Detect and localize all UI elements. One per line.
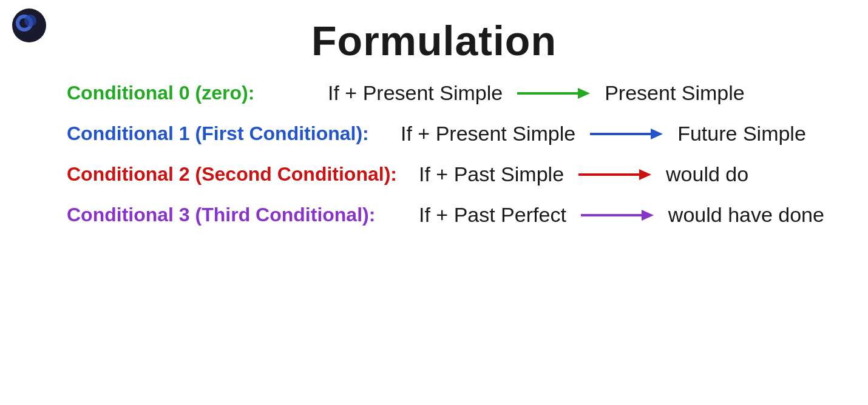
conditional-2-formula: If + Past Simple	[419, 162, 564, 186]
conditional-3-result: would have done	[668, 203, 824, 227]
svg-marker-9	[639, 169, 651, 180]
svg-point-3	[24, 15, 36, 27]
slide: Formulation Conditional 0 (zero): If + P…	[0, 0, 868, 405]
conditional-0-label: Conditional 0 (zero):	[67, 82, 322, 104]
rows-container: Conditional 0 (zero): If + Present Simpl…	[36, 81, 832, 238]
page-title: Formulation	[311, 17, 557, 64]
conditional-2-result: would do	[666, 162, 748, 186]
conditional-2-row: Conditional 2 (Second Conditional): If +…	[49, 162, 832, 186]
logo-icon	[11, 7, 47, 44]
conditional-0-arrow	[517, 85, 590, 102]
conditional-1-label: Conditional 1 (First Conditional):	[67, 122, 395, 145]
conditional-1-arrow	[590, 126, 663, 142]
conditional-2-arrow	[578, 166, 651, 183]
conditional-1-result: Future Simple	[677, 122, 806, 146]
conditional-2-label: Conditional 2 (Second Conditional):	[67, 163, 413, 186]
conditional-0-formula: If + Present Simple	[328, 81, 503, 105]
conditional-0-row: Conditional 0 (zero): If + Present Simpl…	[49, 81, 832, 105]
conditional-1-row: Conditional 1 (First Conditional): If + …	[49, 122, 832, 146]
conditional-3-row: Conditional 3 (Third Conditional): If + …	[49, 203, 832, 227]
conditional-3-formula: If + Past Perfect	[419, 203, 566, 227]
conditional-0-result: Present Simple	[605, 81, 745, 105]
svg-marker-11	[642, 210, 654, 221]
conditional-3-arrow	[581, 207, 654, 224]
conditional-1-formula: If + Present Simple	[401, 122, 575, 146]
svg-marker-7	[651, 129, 663, 139]
svg-marker-5	[578, 88, 590, 99]
conditional-3-label: Conditional 3 (Third Conditional):	[67, 204, 413, 226]
